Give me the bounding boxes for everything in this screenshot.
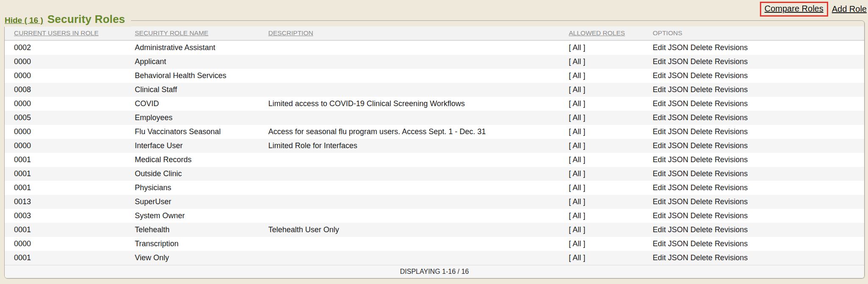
option-link-delete[interactable]: Delete — [690, 57, 712, 66]
option-link-json[interactable]: JSON — [668, 57, 688, 66]
option-link-revisions[interactable]: Revisions — [715, 197, 748, 206]
option-link-revisions[interactable]: Revisions — [715, 169, 748, 178]
compare-roles-highlight-box: Compare Roles — [760, 2, 828, 17]
column-header-description[interactable]: DESCRIPTION — [259, 26, 559, 40]
description-cell — [259, 251, 559, 265]
option-link-delete[interactable]: Delete — [690, 155, 712, 164]
option-link-delete[interactable]: Delete — [690, 127, 712, 136]
options-cell: Edit JSON Delete Revisions — [643, 55, 864, 69]
description-cell — [259, 69, 559, 83]
option-link-delete[interactable]: Delete — [690, 197, 712, 206]
option-link-delete[interactable]: Delete — [690, 211, 712, 220]
column-header-allowed-roles[interactable]: ALLOWED ROLES — [559, 26, 643, 40]
option-link-json[interactable]: JSON — [668, 141, 688, 150]
option-link-json[interactable]: JSON — [668, 99, 688, 108]
description-cell — [259, 83, 559, 97]
security-roles-table: CURRENT USERS IN ROLE SECURITY ROLE NAME… — [5, 26, 864, 278]
option-link-revisions[interactable]: Revisions — [715, 43, 748, 52]
option-link-revisions[interactable]: Revisions — [715, 211, 748, 220]
table-row: 0001TelehealthTelehealth User Only[ All … — [5, 223, 864, 237]
option-link-json[interactable]: JSON — [668, 43, 688, 52]
option-link-edit[interactable]: Edit — [653, 43, 666, 52]
panel-legend: Hide ( 16 ) Security Roles — [3, 13, 131, 27]
option-link-revisions[interactable]: Revisions — [715, 141, 748, 150]
options-cell: Edit JSON Delete Revisions — [643, 167, 864, 181]
table-row: 0000Applicant[ All ]Edit JSON Delete Rev… — [5, 55, 864, 69]
option-link-json[interactable]: JSON — [668, 183, 688, 192]
table-footer: DISPLAYING 1-16 / 16 — [5, 265, 864, 278]
option-link-edit[interactable]: Edit — [653, 239, 666, 248]
role-name-cell: Interface User — [125, 139, 259, 153]
options-cell: Edit JSON Delete Revisions — [643, 181, 864, 195]
option-link-edit[interactable]: Edit — [653, 155, 666, 164]
option-link-edit[interactable]: Edit — [653, 127, 666, 136]
option-link-delete[interactable]: Delete — [690, 85, 712, 94]
option-link-json[interactable]: JSON — [668, 211, 688, 220]
description-cell — [259, 153, 559, 167]
options-cell: Edit JSON Delete Revisions — [643, 223, 864, 237]
option-link-delete[interactable]: Delete — [690, 71, 712, 80]
table-row: 0000Behavioral Health Services[ All ]Edi… — [5, 69, 864, 83]
column-header-options: OPTIONS — [643, 26, 864, 40]
option-link-edit[interactable]: Edit — [653, 197, 666, 206]
table-row: 0013SuperUser[ All ]Edit JSON Delete Rev… — [5, 195, 864, 209]
description-cell — [259, 55, 559, 69]
table-row: 0001Outside Clinic[ All ]Edit JSON Delet… — [5, 167, 864, 181]
option-link-json[interactable]: JSON — [668, 225, 688, 234]
table-header: CURRENT USERS IN ROLE SECURITY ROLE NAME… — [5, 26, 864, 40]
compare-roles-link[interactable]: Compare Roles — [765, 4, 823, 13]
option-link-delete[interactable]: Delete — [690, 99, 712, 108]
option-link-edit[interactable]: Edit — [653, 211, 666, 220]
toolbar: Compare Roles Add Role — [760, 2, 867, 17]
option-link-edit[interactable]: Edit — [653, 225, 666, 234]
option-link-edit[interactable]: Edit — [653, 57, 666, 66]
option-link-edit[interactable]: Edit — [653, 253, 666, 262]
option-link-edit[interactable]: Edit — [653, 85, 666, 94]
option-link-revisions[interactable]: Revisions — [715, 99, 748, 108]
option-link-json[interactable]: JSON — [668, 197, 688, 206]
option-link-delete[interactable]: Delete — [690, 239, 712, 248]
option-link-revisions[interactable]: Revisions — [715, 239, 748, 248]
option-link-revisions[interactable]: Revisions — [715, 127, 748, 136]
option-link-delete[interactable]: Delete — [690, 43, 712, 52]
option-link-delete[interactable]: Delete — [690, 183, 712, 192]
option-link-json[interactable]: JSON — [668, 127, 688, 136]
option-link-revisions[interactable]: Revisions — [715, 85, 748, 94]
hide-toggle-link[interactable]: Hide ( 16 ) — [5, 16, 43, 25]
option-link-edit[interactable]: Edit — [653, 113, 666, 122]
option-link-edit[interactable]: Edit — [653, 141, 666, 150]
option-link-json[interactable]: JSON — [668, 253, 688, 262]
description-cell — [259, 195, 559, 209]
option-link-revisions[interactable]: Revisions — [715, 183, 748, 192]
option-link-revisions[interactable]: Revisions — [715, 57, 748, 66]
option-link-delete[interactable]: Delete — [690, 253, 712, 262]
option-link-json[interactable]: JSON — [668, 155, 688, 164]
role-name-cell: Medical Records — [125, 153, 259, 167]
option-link-json[interactable]: JSON — [668, 71, 688, 80]
role-name-cell: Applicant — [125, 55, 259, 69]
column-header-role-name[interactable]: SECURITY ROLE NAME — [125, 26, 259, 40]
option-link-json[interactable]: JSON — [668, 169, 688, 178]
option-link-json[interactable]: JSON — [668, 239, 688, 248]
option-link-revisions[interactable]: Revisions — [715, 225, 748, 234]
options-cell: Edit JSON Delete Revisions — [643, 195, 864, 209]
column-header-current-users[interactable]: CURRENT USERS IN ROLE — [5, 26, 125, 40]
option-link-delete[interactable]: Delete — [690, 113, 712, 122]
option-link-revisions[interactable]: Revisions — [715, 71, 748, 80]
option-link-revisions[interactable]: Revisions — [715, 253, 748, 262]
option-link-edit[interactable]: Edit — [653, 183, 666, 192]
table-row: 0002Administrative Assistant[ All ]Edit … — [5, 40, 864, 55]
option-link-delete[interactable]: Delete — [690, 169, 712, 178]
option-link-edit[interactable]: Edit — [653, 71, 666, 80]
option-link-edit[interactable]: Edit — [653, 169, 666, 178]
allowed-roles-cell: [ All ] — [559, 125, 643, 139]
option-link-json[interactable]: JSON — [668, 113, 688, 122]
options-cell: Edit JSON Delete Revisions — [643, 139, 864, 153]
option-link-delete[interactable]: Delete — [690, 141, 712, 150]
option-link-edit[interactable]: Edit — [653, 99, 666, 108]
add-role-link[interactable]: Add Role — [832, 4, 867, 14]
option-link-json[interactable]: JSON — [668, 85, 688, 94]
option-link-revisions[interactable]: Revisions — [715, 113, 748, 122]
option-link-delete[interactable]: Delete — [690, 225, 712, 234]
option-link-revisions[interactable]: Revisions — [715, 155, 748, 164]
